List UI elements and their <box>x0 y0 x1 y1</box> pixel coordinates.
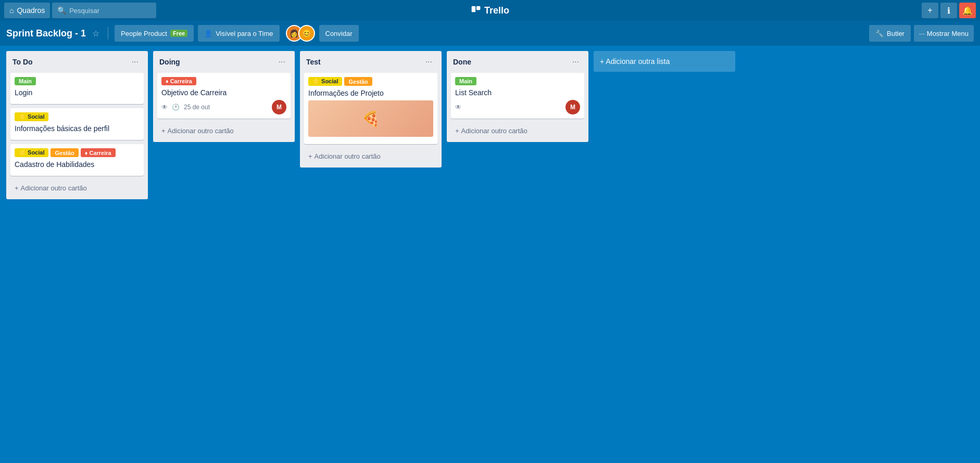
card-list-search-labels: Main <box>455 77 580 85</box>
list-done-header: Done ··· <box>451 55 584 69</box>
board-members: 👩 😊 <box>286 25 315 42</box>
label-gestao: Gestão <box>51 148 78 157</box>
visibility-button[interactable]: 👤 Visível para o Time <box>198 25 279 42</box>
home-label: Quadros <box>17 6 45 15</box>
eye-icon-2: 👁 <box>455 104 461 111</box>
label-gestao-2: Gestão <box>344 77 372 86</box>
card-objetivo-title: Objetivo de Carreira <box>161 88 286 97</box>
butler-label: Butler <box>887 30 904 37</box>
card-objetivo[interactable]: ♦ Carreira Objetivo de Carreira 👁 🕐 25 d… <box>157 73 291 119</box>
due-date: 25 de out <box>184 104 210 111</box>
card-projeto[interactable]: ⭐ Social Gestão Informações de Projeto 🍕 <box>304 73 437 144</box>
top-navigation: ⌂ Quadros 🔍 Pesquisar Trello + ℹ 🔔 <box>0 0 980 21</box>
add-card-test-button[interactable]: + Adicionar outro cartão <box>304 149 437 163</box>
board-header-right: 🔧 Butler ··· Mostrar Menu <box>869 25 974 42</box>
list-todo-title: To Do <box>12 58 33 66</box>
visibility-icon: 👤 <box>204 30 212 37</box>
add-card-done-label: Adicionar outro cartão <box>461 127 527 135</box>
card-list-search-title: List Search <box>455 88 580 97</box>
list-done: Done ··· Main List Search 👁 M + Adiciona… <box>447 51 588 142</box>
info-icon: ℹ <box>947 6 950 16</box>
invite-button[interactable]: Convidar <box>319 25 359 42</box>
card-projeto-title: Informações de Projeto <box>308 89 433 97</box>
add-card-done-icon: + <box>455 127 459 135</box>
search-bar[interactable]: 🔍 Pesquisar <box>52 3 156 18</box>
workspace-label: People Product <box>121 30 167 37</box>
card-objetivo-labels: ♦ Carreira <box>161 77 286 85</box>
add-list-label: + Adicionar outra lista <box>600 57 670 66</box>
list-done-title: Done <box>453 58 471 66</box>
card-login-title: Login <box>15 88 140 97</box>
card-objetivo-avatar: M <box>272 100 286 114</box>
list-doing-menu-button[interactable]: ··· <box>275 56 288 68</box>
workspace-button[interactable]: People Product Free <box>115 25 194 42</box>
list-test-title: Test <box>306 58 321 66</box>
star-button[interactable]: ☆ <box>90 28 102 40</box>
search-icon: 🔍 <box>57 6 66 15</box>
list-test-menu-button[interactable]: ··· <box>422 56 435 68</box>
add-card-done-button[interactable]: + Adicionar outro cartão <box>451 124 584 138</box>
show-menu-button[interactable]: ··· Mostrar Menu <box>914 25 974 42</box>
dots-icon: ··· <box>919 30 925 37</box>
board-content: To Do ··· Main Login ⭐ Social Informaçõe… <box>0 46 980 463</box>
card-skills[interactable]: ⭐ Social Gestão ♦ Carreira Cadastro de H… <box>10 144 144 176</box>
add-card-todo-label: Adicionar outro cartão <box>21 184 87 192</box>
add-card-todo-button[interactable]: + Adicionar outro cartão <box>10 181 144 195</box>
card-profile-labels: ⭐ Social <box>15 112 140 121</box>
header-divider <box>108 27 108 40</box>
clock-icon: 🕐 <box>172 104 180 111</box>
board-title: Sprint Backlog - 1 <box>6 28 86 39</box>
top-nav-right: + ℹ 🔔 <box>922 3 976 18</box>
label-main: Main <box>15 77 36 85</box>
list-done-menu-button[interactable]: ··· <box>569 56 582 68</box>
add-card-todo-icon: + <box>15 184 19 192</box>
card-login-labels: Main <box>15 77 140 85</box>
list-todo-header: To Do ··· <box>10 55 144 69</box>
butler-icon: 🔧 <box>875 30 884 37</box>
label-social-3: ⭐ Social <box>308 77 342 86</box>
card-objetivo-icons: 👁 🕐 25 de out <box>161 104 210 111</box>
board-header: Sprint Backlog - 1 ☆ People Product Free… <box>0 21 980 46</box>
trello-icon <box>471 5 481 16</box>
search-placeholder: Pesquisar <box>69 7 99 15</box>
show-menu-label: Mostrar Menu <box>927 30 969 37</box>
card-projeto-labels: ⭐ Social Gestão <box>308 77 433 86</box>
label-main-2: Main <box>455 77 476 85</box>
list-doing: Doing ··· ♦ Carreira Objetivo de Carreir… <box>153 51 295 142</box>
list-test: Test ··· ⭐ Social Gestão Informações de … <box>300 51 442 168</box>
card-list-search-avatar: M <box>566 100 580 114</box>
svg-rect-0 <box>472 6 476 12</box>
free-badge: Free <box>170 30 187 37</box>
card-login[interactable]: Main Login <box>10 73 144 104</box>
list-doing-header: Doing ··· <box>157 55 291 69</box>
home-icon: ⌂ <box>9 6 14 15</box>
notifications-button[interactable]: 🔔 <box>959 3 976 18</box>
trello-logo: Trello <box>471 5 509 16</box>
label-carreira-3: ♦ Carreira <box>161 77 196 85</box>
card-skills-labels: ⭐ Social Gestão ♦ Carreira <box>15 148 140 157</box>
card-profile-info[interactable]: ⭐ Social Informações básicas de perfil <box>10 108 144 140</box>
list-todo: To Do ··· Main Login ⭐ Social Informaçõe… <box>6 51 148 199</box>
add-card-doing-icon: + <box>161 127 166 135</box>
card-list-search-icons: 👁 <box>455 104 461 111</box>
card-list-search[interactable]: Main List Search 👁 M <box>451 73 584 119</box>
list-test-header: Test ··· <box>304 55 437 69</box>
visibility-label: Visível para o Time <box>216 30 273 37</box>
add-card-test-label: Adicionar outro cartão <box>315 152 381 160</box>
add-list-button[interactable]: + Adicionar outra lista <box>594 51 735 72</box>
add-button[interactable]: + <box>922 3 938 18</box>
eye-icon: 👁 <box>161 104 168 111</box>
add-card-doing-label: Adicionar outro cartão <box>168 127 234 135</box>
avatar-2[interactable]: 😊 <box>298 25 315 42</box>
invite-label: Convidar <box>325 30 353 37</box>
label-social-2: ⭐ Social <box>15 148 48 157</box>
list-todo-menu-button[interactable]: ··· <box>129 56 142 68</box>
star-icon: ☆ <box>92 29 99 38</box>
home-button[interactable]: ⌂ Quadros <box>4 3 50 18</box>
bell-icon: 🔔 <box>962 6 973 16</box>
add-card-doing-button[interactable]: + Adicionar outro cartão <box>157 124 291 138</box>
info-button[interactable]: ℹ <box>940 3 957 18</box>
svg-rect-1 <box>476 6 481 10</box>
card-objetivo-footer: 👁 🕐 25 de out M <box>161 100 286 114</box>
butler-button[interactable]: 🔧 Butler <box>869 25 911 42</box>
